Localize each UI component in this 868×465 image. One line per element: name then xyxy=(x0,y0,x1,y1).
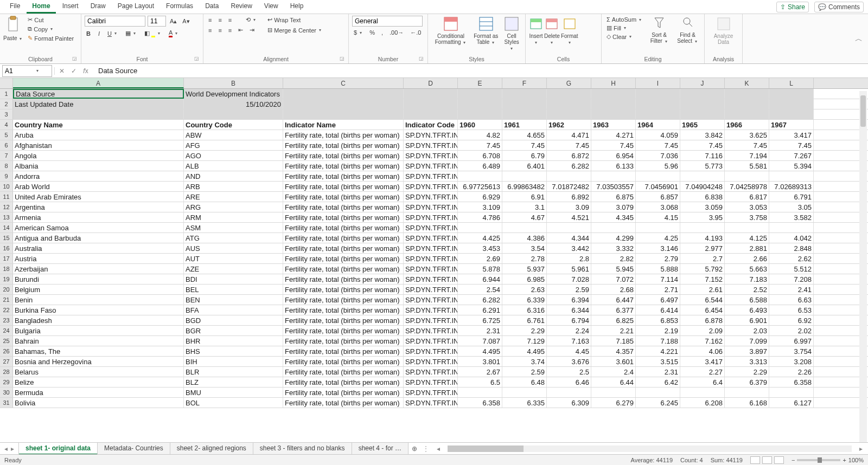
cell[interactable]: 6.838 xyxy=(680,192,725,202)
cell[interactable]: 7.183 xyxy=(725,274,769,284)
vertical-scrollbar[interactable] xyxy=(859,91,867,442)
cell[interactable]: SP.DYN.TFRT.IN xyxy=(404,377,458,387)
cell[interactable]: Fertility rate, total (births per woman) xyxy=(283,398,404,408)
decrease-indent-button[interactable]: ⇤ xyxy=(237,26,245,34)
cell[interactable]: BGR xyxy=(184,326,283,335)
row-header[interactable]: 5 xyxy=(0,130,13,140)
cell[interactable]: 3.74 xyxy=(502,357,547,366)
cell[interactable] xyxy=(680,388,725,397)
cell[interactable]: 3.1 xyxy=(502,202,547,212)
cell[interactable]: 4.425 xyxy=(458,233,502,243)
cell[interactable]: 3.95 xyxy=(680,212,725,222)
menu-tab-draw[interactable]: Draw xyxy=(85,0,111,14)
cell[interactable]: 7.45 xyxy=(458,140,502,150)
cell[interactable]: Fertility rate, total (births per woman) xyxy=(283,254,404,263)
cell[interactable]: Bahamas, The xyxy=(13,346,184,356)
orientation-button[interactable]: ⟲▾ xyxy=(244,16,258,24)
zoom-slider[interactable] xyxy=(797,459,840,461)
align-right-button[interactable]: ≡ xyxy=(227,27,233,34)
scroll-thumb[interactable] xyxy=(448,445,524,452)
underline-button[interactable]: U ▾ xyxy=(106,30,119,37)
font-color-button[interactable]: A▾ xyxy=(167,29,180,38)
scroll-thumb[interactable] xyxy=(860,95,866,127)
cell[interactable]: 6.791 xyxy=(769,192,814,202)
cell[interactable] xyxy=(458,388,502,397)
cell[interactable]: Andorra xyxy=(13,171,184,181)
cell[interactable]: AND xyxy=(184,171,283,181)
cell[interactable]: 2.31 xyxy=(636,367,680,377)
cell[interactable] xyxy=(404,109,458,119)
borders-button[interactable]: ▦ ▾ xyxy=(124,29,138,37)
cell[interactable]: 5.878 xyxy=(458,264,502,274)
find-select-button[interactable]: Find & Select ▾ xyxy=(674,16,701,44)
cell[interactable]: AZE xyxy=(184,264,283,274)
cell[interactable]: 3.332 xyxy=(591,243,636,253)
cell[interactable] xyxy=(725,171,769,181)
cell[interactable]: ARE xyxy=(184,192,283,202)
cell[interactable]: 7.116 xyxy=(680,151,725,160)
cell[interactable]: 3.059 xyxy=(680,202,725,212)
fill-button[interactable]: ▥Fill ▾ xyxy=(605,24,644,32)
cell[interactable]: 2.66 xyxy=(725,254,769,263)
cell[interactable]: 5.96 xyxy=(636,161,680,171)
cell[interactable]: 4.221 xyxy=(636,346,680,356)
menu-tab-home[interactable]: Home xyxy=(27,0,55,14)
cell[interactable]: 6.133 xyxy=(591,161,636,171)
cell[interactable]: 6.901 xyxy=(725,315,769,325)
cell[interactable]: SP.DYN.TFRT.IN xyxy=(404,130,458,140)
column-header-I[interactable]: I xyxy=(636,78,680,88)
cell[interactable]: Aruba xyxy=(13,130,184,140)
cell[interactable]: 2.02 xyxy=(769,326,814,335)
cell[interactable] xyxy=(769,171,814,181)
cell[interactable] xyxy=(680,171,725,181)
cell[interactable] xyxy=(725,89,769,99)
zoom-in-button[interactable]: + xyxy=(843,457,846,463)
cell[interactable]: 15/10/2020 xyxy=(184,99,283,109)
cell[interactable]: 4.45 xyxy=(547,346,591,356)
row-header[interactable]: 4 xyxy=(0,120,13,130)
cell[interactable]: 6.4 xyxy=(680,377,725,387)
cell[interactable]: Burkina Faso xyxy=(13,305,184,315)
view-page-layout-button[interactable] xyxy=(762,456,772,464)
cell[interactable]: ABW xyxy=(184,130,283,140)
cell[interactable]: SP.DYN.TFRT.IN xyxy=(404,346,458,356)
increase-decimal-button[interactable]: .00→ xyxy=(388,29,405,36)
cell[interactable]: Fertility rate, total (births per woman) xyxy=(283,192,404,202)
cell[interactable]: BDI xyxy=(184,274,283,284)
cell[interactable]: 3.453 xyxy=(458,243,502,253)
cell[interactable]: Albania xyxy=(13,161,184,171)
cell[interactable] xyxy=(458,223,502,232)
cell[interactable]: 3.582 xyxy=(769,212,814,222)
cell[interactable]: Fertility rate, total (births per woman) xyxy=(283,202,404,212)
wrap-text-button[interactable]: ↩Wrap Text xyxy=(266,16,324,24)
cell[interactable]: ALB xyxy=(184,161,283,171)
cell[interactable]: 7.04258978 xyxy=(725,182,769,191)
cell[interactable] xyxy=(680,109,725,119)
cell[interactable]: 5.581 xyxy=(725,161,769,171)
cell[interactable]: 7.01872482 xyxy=(547,182,591,191)
cell[interactable]: 6.99863482 xyxy=(502,182,547,191)
cell[interactable]: 6.282 xyxy=(547,161,591,171)
row-header[interactable]: 22 xyxy=(0,305,13,315)
cell[interactable]: 6.997 xyxy=(769,336,814,346)
cell[interactable]: 6.725 xyxy=(458,315,502,325)
cell[interactable]: 2.881 xyxy=(725,243,769,253)
cell[interactable]: 6.872 xyxy=(547,151,591,160)
cell[interactable] xyxy=(547,89,591,99)
cell[interactable]: 5.961 xyxy=(547,264,591,274)
cell[interactable]: SP.DYN.TFRT.IN xyxy=(404,326,458,335)
sheet-tab[interactable]: sheet 1- original data xyxy=(19,443,98,455)
cell[interactable]: World Development Indicators xyxy=(184,89,283,99)
cell[interactable]: Fertility rate, total (births per woman) xyxy=(283,285,404,294)
cell[interactable]: 6.493 xyxy=(725,305,769,315)
cell[interactable]: 4.042 xyxy=(769,233,814,243)
cell[interactable] xyxy=(591,89,636,99)
cell[interactable]: 2.68 xyxy=(591,285,636,294)
row-header[interactable]: 8 xyxy=(0,161,13,171)
font-name-select[interactable] xyxy=(85,16,145,27)
paste-button[interactable]: Paste ▾ xyxy=(3,16,23,42)
cell[interactable] xyxy=(591,388,636,397)
cell[interactable]: 2.63 xyxy=(502,285,547,294)
format-painter-button[interactable]: ✎Format Painter xyxy=(26,34,75,42)
cell[interactable]: 6.377 xyxy=(591,305,636,315)
